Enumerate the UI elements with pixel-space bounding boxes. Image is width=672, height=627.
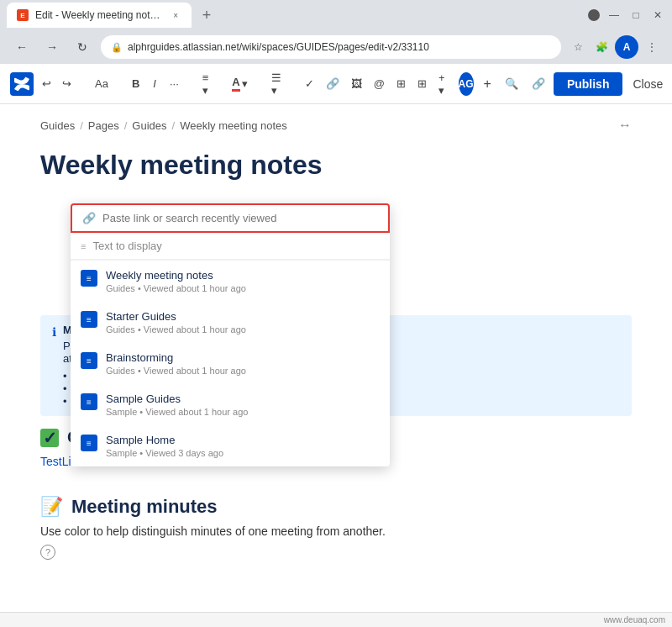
result-meta: Sample • Viewed about 1 hour ago bbox=[106, 407, 248, 417]
back-button[interactable]: ← bbox=[10, 35, 34, 59]
new-tab-button[interactable]: + bbox=[195, 3, 218, 27]
close-page-button[interactable]: Close bbox=[626, 72, 669, 96]
undo-redo-group: ↩ ↪ bbox=[37, 71, 76, 97]
plus-insert-button[interactable]: + ▾ bbox=[433, 71, 450, 97]
extensions-button[interactable]: 🧩 bbox=[591, 37, 612, 57]
result-page-icon: ≡ bbox=[81, 352, 97, 369]
lists-button[interactable]: ☰ ▾ bbox=[266, 71, 286, 97]
app-toolbar: ↩ ↪ Aa B I ··· ≡ ▾ A ▾ ☰ ▾ ✓ 🔗 🖼 @ ⊞ ⊞ +… bbox=[0, 64, 672, 104]
breadcrumb-sep-1: / bbox=[80, 119, 83, 132]
info-icon: ℹ bbox=[52, 325, 56, 408]
breadcrumb: Guides / Pages / Guides / Weekly meeting… bbox=[40, 104, 632, 143]
minimize-button[interactable]: — bbox=[606, 8, 622, 23]
menu-icon: ≡ bbox=[81, 241, 86, 251]
link-result-item[interactable]: ≡ Starter Guides Guides • Viewed about 1… bbox=[71, 302, 390, 343]
breadcrumb-current[interactable]: Weekly meeting notes bbox=[180, 119, 287, 132]
maximize-button[interactable]: □ bbox=[628, 8, 643, 23]
mention-button[interactable]: @ bbox=[369, 71, 390, 97]
link-dialog: 🔗 ≡ Text to display ≡ Weekly meeting not… bbox=[71, 203, 390, 466]
result-info: Weekly meeting notes Guides • Viewed abo… bbox=[106, 269, 246, 293]
publish-button[interactable]: Publish bbox=[554, 72, 623, 96]
status-bar: www.deuaq.com bbox=[0, 612, 672, 627]
breadcrumb-guides-2[interactable]: Guides bbox=[132, 119, 166, 132]
insert-group: ✓ 🔗 🖼 @ ⊞ ⊞ + ▾ bbox=[300, 71, 450, 97]
link-search-row[interactable]: 🔗 bbox=[71, 203, 390, 233]
notepad-emoji: 📝 bbox=[40, 496, 63, 518]
confluence-logo[interactable] bbox=[10, 72, 34, 96]
result-title: Weekly meeting notes bbox=[106, 269, 246, 282]
checkbox-icon: ✓ bbox=[40, 429, 59, 447]
url-text: alphrguides.atlassian.net/wiki/spaces/GU… bbox=[128, 41, 551, 53]
meeting-minutes-section: 📝 Meeting minutes Use color to help dist… bbox=[40, 496, 632, 560]
link-search-input[interactable] bbox=[102, 212, 378, 224]
link-results: ≡ Weekly meeting notes Guides • Viewed a… bbox=[71, 260, 390, 466]
breadcrumb-sep-2: / bbox=[124, 119, 128, 132]
forward-button[interactable]: → bbox=[40, 35, 64, 59]
code-button[interactable]: 🔗 bbox=[527, 71, 550, 97]
table-button[interactable]: ⊞ bbox=[391, 71, 411, 97]
address-actions: ☆ 🧩 A ⋮ bbox=[568, 35, 662, 59]
close-window-button[interactable]: ✕ bbox=[650, 8, 665, 23]
star-button[interactable]: ☆ bbox=[568, 37, 588, 57]
record-indicator bbox=[588, 9, 600, 21]
image-button[interactable]: 🖼 bbox=[346, 71, 367, 97]
more-text-button[interactable]: ··· bbox=[165, 71, 184, 97]
check-button[interactable]: ✓ bbox=[300, 71, 319, 97]
address-field[interactable]: 🔒 alphrguides.atlassian.net/wiki/spaces/… bbox=[101, 35, 561, 59]
font-button[interactable]: Aa bbox=[90, 71, 113, 97]
result-meta: Guides • Viewed about 1 hour ago bbox=[106, 324, 246, 335]
link-result-item[interactable]: ≡ Sample Home Sample • Viewed 3 days ago bbox=[71, 425, 390, 466]
result-title: Starter Guides bbox=[106, 310, 246, 323]
expand-icon[interactable]: ↔ bbox=[618, 118, 632, 133]
text-display-row: ≡ Text to display bbox=[71, 233, 390, 260]
browser-title-bar: E Edit - Weekly meeting notes - G... × +… bbox=[0, 0, 672, 30]
breadcrumb-sep-3: / bbox=[172, 119, 176, 132]
window-controls: — □ ✕ bbox=[588, 8, 665, 23]
browser-address-bar: ← → ↻ 🔒 alphrguides.atlassian.net/wiki/s… bbox=[0, 30, 672, 64]
result-title: Sample Home bbox=[106, 434, 223, 446]
grid-button[interactable]: ⊞ bbox=[412, 71, 432, 97]
lock-icon: 🔒 bbox=[111, 42, 123, 53]
user-avatar[interactable]: AG bbox=[457, 71, 475, 97]
tab-title: Edit - Weekly meeting notes - G... bbox=[35, 9, 163, 21]
result-info: Sample Guides Sample • Viewed about 1 ho… bbox=[106, 393, 248, 417]
font-color-button[interactable]: A ▾ bbox=[227, 71, 252, 97]
browser-tab[interactable]: E Edit - Weekly meeting notes - G... × bbox=[7, 3, 192, 28]
meeting-minutes-title: Meeting minutes bbox=[71, 496, 218, 518]
status-url: www.deuaq.com bbox=[604, 615, 665, 624]
bold-button[interactable]: B bbox=[127, 71, 144, 97]
link-search-icon: 🔗 bbox=[82, 212, 96, 224]
tab-favicon: E bbox=[17, 9, 29, 21]
italic-button[interactable]: I bbox=[148, 71, 161, 97]
link-result-item[interactable]: ≡ Weekly meeting notes Guides • Viewed a… bbox=[71, 261, 390, 302]
result-meta: Sample • Viewed 3 days ago bbox=[106, 448, 223, 458]
result-page-icon: ≡ bbox=[81, 311, 97, 328]
align-button[interactable]: ≡ ▾ bbox=[197, 71, 214, 97]
result-info: Brainstorming Guides • Viewed about 1 ho… bbox=[106, 351, 246, 376]
result-info: Sample Home Sample • Viewed 3 days ago bbox=[106, 434, 223, 458]
add-button[interactable]: + bbox=[479, 71, 496, 97]
chrome-menu-button[interactable]: ⋮ bbox=[642, 37, 662, 57]
text-display-label: Text to display bbox=[92, 240, 161, 252]
meeting-minutes-subtitle: Use color to help distinguish minutes of… bbox=[40, 524, 632, 538]
result-page-icon: ≡ bbox=[81, 435, 97, 451]
meeting-minutes-title-row: 📝 Meeting minutes bbox=[40, 496, 632, 518]
redo-button[interactable]: ↪ bbox=[57, 71, 76, 97]
link-insert-button[interactable]: 🔗 bbox=[321, 71, 344, 97]
page-content-area: Guides / Pages / Guides / Weekly meeting… bbox=[0, 104, 672, 560]
profile-button[interactable]: A bbox=[615, 35, 638, 59]
result-page-icon: ≡ bbox=[81, 393, 97, 410]
undo-button[interactable]: ↩ bbox=[37, 71, 56, 97]
search-button[interactable]: 🔍 bbox=[500, 71, 523, 97]
link-result-item[interactable]: ≡ Sample Guides Sample • Viewed about 1 … bbox=[71, 384, 390, 425]
result-title: Brainstorming bbox=[106, 351, 246, 364]
result-meta: Guides • Viewed about 1 hour ago bbox=[106, 366, 246, 376]
breadcrumb-guides[interactable]: Guides bbox=[40, 119, 75, 132]
result-meta: Guides • Viewed about 1 hour ago bbox=[106, 283, 246, 293]
tab-close-button[interactable]: × bbox=[170, 8, 181, 22]
reload-button[interactable]: ↻ bbox=[71, 35, 94, 59]
link-result-item[interactable]: ≡ Brainstorming Guides • Viewed about 1 … bbox=[71, 343, 390, 384]
page-title: Weekly meeting notes bbox=[40, 143, 632, 181]
breadcrumb-pages[interactable]: Pages bbox=[88, 119, 119, 132]
help-icon[interactable]: ? bbox=[40, 545, 55, 560]
